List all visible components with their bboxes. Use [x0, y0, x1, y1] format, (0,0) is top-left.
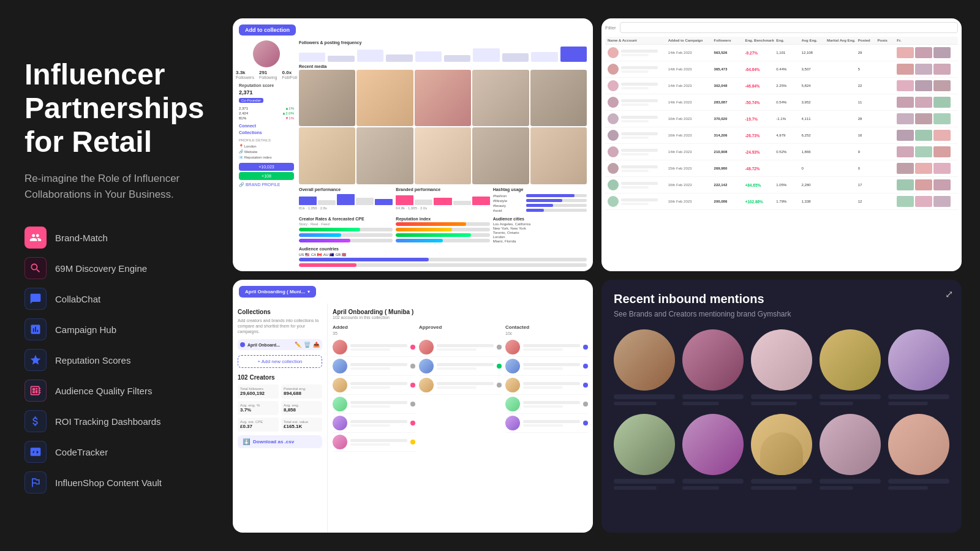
creator-row [333, 395, 415, 414]
table-row: 14th Feb 2023 210,908 -24.93% 0.52% 1,86… [605, 144, 958, 160]
download-csv-button[interactable]: ⬇️ Download as .csv [238, 435, 322, 448]
audience-icon [24, 380, 47, 402]
table-row: 14th Feb 2023 283,087 -50.74% 0.54% 3,95… [605, 94, 958, 111]
sidebar-item-reputation[interactable]: Reputation Scores [24, 349, 202, 371]
creator-row [419, 376, 502, 395]
table-row: 16th Feb 2023 370,020 -19.7% -1.1% 4,111… [605, 111, 958, 127]
table-row: 16th Feb 2023 314,206 -26.73% 4,979 6,25… [605, 127, 958, 144]
sidebar-item-label: CodeTracker [55, 447, 108, 457]
mention-card [820, 414, 881, 490]
main-content: Add to collection 3.3kFollowers 291Follo… [227, 0, 980, 551]
sidebar-item-audience[interactable]: Audience Quality Filters [24, 380, 202, 402]
sidebar-item-roi[interactable]: ROI Tracking Dashboards [24, 410, 202, 432]
sidebar-item-label: Campaign Hub [55, 324, 116, 335]
collections-desc: Add creators and brands into collections… [238, 318, 322, 334]
creator-row [419, 338, 502, 357]
mention-card [614, 414, 675, 490]
mentions-subtitle: See Brands and Creators mentioning brand… [614, 310, 949, 318]
table-row: 16th Feb 2023 222,142 +84.65% 1.05% 2,28… [605, 177, 958, 193]
sidebar-nav: Brand-Match 69M Discovery Engine CollabC… [24, 227, 202, 493]
collection-dropdown[interactable]: April Onboarding ( Muni... ▾ [239, 286, 316, 298]
sidebar-item-label: ROI Tracking Dashboards [55, 416, 161, 427]
recent-media-title: Recent media [299, 64, 587, 69]
mentions-title: Recent inbound mentions [614, 292, 949, 306]
creator-row [333, 433, 415, 452]
mention-card [888, 329, 949, 405]
sidebar-item-collab-chat[interactable]: CollabChat [24, 288, 202, 310]
page-subtitle: Re-imagine the Role of Influencer Collab… [24, 171, 202, 202]
sidebar-item-label: InfluenShop Content Vault [55, 478, 162, 488]
creator-row [505, 376, 588, 395]
page-title: Influencer Partnerships for Retail [24, 58, 202, 159]
mention-card [682, 329, 744, 405]
creator-row [333, 414, 415, 433]
table-row: 16th Feb 2023 200,086 +102.86% 1.79% 1,3… [605, 193, 958, 210]
panel-collections: April Onboarding ( Muni... ▾ Collections… [233, 280, 593, 533]
sidebar-item-brand-match[interactable]: Brand-Match [24, 227, 202, 249]
sidebar-item-label: Reputation Scores [55, 355, 130, 365]
table-row: 14th Feb 2023 563,526 -9.27% 1,101 12,10… [605, 45, 958, 61]
content-vault-icon [24, 471, 47, 493]
brand-match-icon [24, 227, 47, 249]
add-collection-button[interactable]: + Add new collection [238, 355, 322, 368]
creator-row [333, 376, 415, 395]
creators-approved [419, 338, 502, 395]
table-row: 14th Feb 2023 365,473 -64.64% 0.44% 3,50… [605, 61, 958, 78]
creator-row [505, 357, 588, 376]
add-to-collection-button[interactable]: Add to collection [239, 24, 296, 36]
creator-row [505, 414, 588, 433]
sidebar-item-campaign-hub[interactable]: Campaign Hub [24, 318, 202, 340]
sidebar-item-code-tracker[interactable]: CodeTracker [24, 441, 202, 463]
panel-influencer-profile: Add to collection 3.3kFollowers 291Follo… [233, 18, 593, 271]
mention-card [751, 414, 812, 490]
sidebar-item-label: CollabChat [55, 294, 100, 304]
mention-card [820, 329, 881, 405]
code-tracker-icon [24, 441, 47, 463]
creator-row [419, 357, 502, 376]
table-row: 15th Feb 2023 269,980 -48.72% 0 0 [605, 160, 958, 177]
panel-mentions: ⤢ Recent inbound mentions See Brands and… [601, 280, 962, 533]
sidebar-item-content-vault[interactable]: InfluenShop Content Vault [24, 471, 202, 493]
table-row: 14th Feb 2023 302,048 -46.84% 2.25% 5,82… [605, 78, 958, 94]
creator-row [505, 395, 588, 414]
campaign-hub-icon [24, 318, 47, 340]
mention-card [888, 414, 949, 490]
sidebar-item-label: Audience Quality Filters [55, 386, 152, 396]
collab-chat-icon [24, 288, 47, 310]
creator-row [505, 338, 588, 357]
roi-icon [24, 410, 47, 432]
followers-section-title: Followers & posting frequency [299, 40, 587, 45]
sidebar-item-label: 69M Discovery Engine [55, 263, 147, 274]
sidebar-item-label: Brand-Match [55, 233, 108, 243]
mention-card [682, 414, 744, 490]
panel-data-table: Filter Name & Account Added to Campaign … [601, 18, 962, 271]
creators-count: 102 Creators [238, 374, 322, 381]
creators-contacted [505, 338, 588, 433]
sidebar-item-discovery[interactable]: 69M Discovery Engine [24, 257, 202, 279]
table-body: 14th Feb 2023 563,526 -9.27% 1,101 12,10… [605, 45, 958, 210]
mention-card [614, 329, 675, 405]
creator-row [333, 338, 415, 357]
collections-title: Collections [238, 309, 322, 315]
reputation-icon [24, 349, 47, 371]
sidebar: Influencer Partnerships for Retail Re-im… [0, 0, 227, 551]
creator-row [333, 357, 415, 376]
filter-label: Filter [605, 25, 616, 31]
expand-icon[interactable]: ⤢ [945, 288, 953, 300]
mention-card [751, 329, 812, 405]
creators-added [333, 338, 415, 452]
discovery-icon [24, 257, 47, 279]
